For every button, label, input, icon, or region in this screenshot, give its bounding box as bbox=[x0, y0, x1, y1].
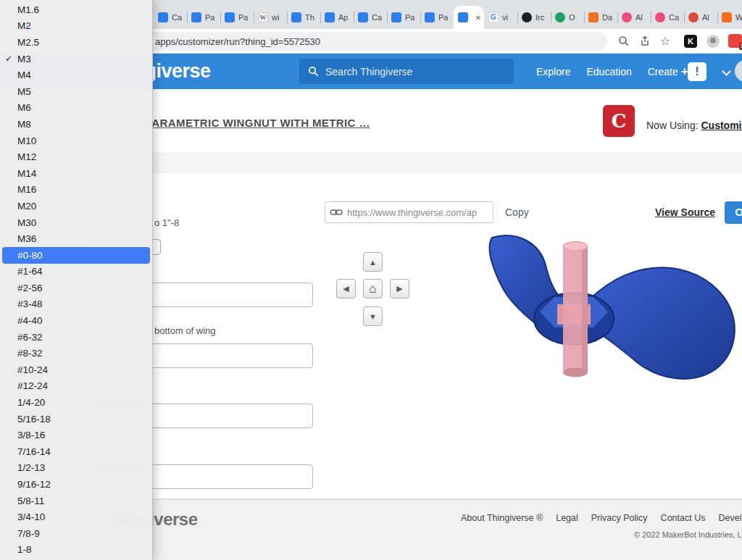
dropdown-option[interactable]: #2-56 bbox=[0, 280, 152, 296]
browser-tab[interactable]: Pa bbox=[220, 6, 254, 29]
tab-title: Ap bbox=[338, 13, 348, 22]
dropdown-option[interactable]: M20 bbox=[0, 198, 152, 214]
extension-k-icon[interactable]: K bbox=[684, 35, 697, 48]
notification-alert-button[interactable]: ! bbox=[688, 62, 706, 81]
dropdown-option[interactable]: #12-24 bbox=[0, 378, 152, 395]
browser-tab[interactable]: O bbox=[551, 6, 584, 29]
profile-avatar-icon[interactable] bbox=[706, 35, 720, 48]
dropdown-option[interactable]: 7/16-14 bbox=[0, 443, 152, 460]
dropdown-option[interactable]: 5/16-18 bbox=[0, 411, 152, 427]
browser-tab[interactable]: Pa bbox=[420, 6, 454, 29]
extension-red-icon[interactable]: 1 bbox=[728, 34, 742, 48]
dropdown-option[interactable]: #0-80 bbox=[2, 247, 150, 264]
dropdown-option-label: 5/16-18 bbox=[17, 414, 51, 425]
dropdown-option[interactable]: M16 bbox=[0, 182, 152, 198]
open-customizer-button[interactable]: O bbox=[725, 201, 742, 224]
browser-tab[interactable]: Da bbox=[584, 6, 617, 29]
link-icon bbox=[330, 209, 343, 216]
browser-tab[interactable]: Al bbox=[684, 6, 717, 29]
dropdown-option[interactable]: M10 bbox=[0, 133, 152, 149]
dropdown-option[interactable]: M8 bbox=[0, 116, 152, 133]
footer-link[interactable]: Legal bbox=[556, 513, 578, 523]
check-icon bbox=[5, 54, 17, 64]
dropdown-option[interactable]: M36 bbox=[0, 230, 152, 247]
dropdown-option[interactable]: M14 bbox=[0, 165, 152, 182]
browser-tab[interactable]: Pa bbox=[387, 6, 420, 29]
share-url-input[interactable] bbox=[325, 201, 493, 223]
dropdown-option[interactable]: M3 bbox=[0, 51, 152, 67]
tab-title: O bbox=[569, 13, 575, 22]
dropdown-option-label: #2-56 bbox=[17, 283, 43, 293]
browser-tab[interactable]: Ap bbox=[320, 6, 354, 29]
share-url-wrap bbox=[325, 201, 493, 223]
dropdown-option-label: #6-32 bbox=[17, 332, 43, 343]
dropdown-option[interactable]: 3/8-16 bbox=[0, 427, 152, 443]
dropdown-option[interactable]: 9/16-12 bbox=[0, 476, 152, 493]
browser-tab[interactable]: Th bbox=[287, 6, 320, 29]
browser-tab[interactable]: Al bbox=[617, 6, 651, 29]
browser-tab[interactable]: Irc bbox=[517, 6, 551, 29]
zoom-icon[interactable] bbox=[617, 35, 630, 48]
browser-tab[interactable] bbox=[454, 6, 484, 29]
footer-link[interactable]: About Thingiverse ® bbox=[461, 513, 543, 523]
thread-size-hint-label: o 1"-8 bbox=[154, 217, 179, 228]
browser-tab[interactable]: Ca bbox=[154, 6, 187, 29]
dropdown-option[interactable]: 7/8-9 bbox=[0, 525, 152, 542]
browser-tab[interactable]: W bbox=[717, 6, 742, 29]
copy-button[interactable]: Copy bbox=[505, 206, 529, 218]
dropdown-option-label: M3 bbox=[17, 54, 31, 64]
dropdown-option[interactable]: #10-24 bbox=[0, 362, 152, 378]
tab-favicon-icon bbox=[488, 12, 499, 22]
dropdown-option[interactable]: M1.6 bbox=[0, 1, 152, 18]
browser-tab[interactable]: Pa bbox=[187, 6, 220, 29]
customizer-link[interactable]: Customizer bbox=[701, 120, 742, 131]
user-avatar[interactable] bbox=[735, 60, 742, 82]
dropdown-option[interactable]: M4 bbox=[0, 67, 152, 83]
dropdown-option[interactable]: M6 bbox=[0, 100, 152, 117]
nav-education[interactable]: Education bbox=[586, 66, 631, 78]
nav-create[interactable]: Create bbox=[648, 64, 688, 79]
tab-favicon-icon bbox=[191, 12, 201, 22]
nav-explore[interactable]: Explore bbox=[536, 66, 570, 78]
dropdown-option-label: #4-40 bbox=[17, 315, 43, 326]
dropdown-option[interactable]: 3/4-10 bbox=[0, 509, 152, 525]
browser-tab[interactable]: vi bbox=[484, 6, 517, 29]
dropdown-option[interactable]: 1-8 bbox=[0, 542, 152, 559]
customizer-logo: C bbox=[603, 105, 635, 137]
tab-favicon-icon bbox=[555, 12, 565, 22]
dropdown-option-label: 5/8-11 bbox=[17, 496, 44, 506]
share-icon[interactable] bbox=[638, 35, 651, 48]
chevron-down-icon[interactable] bbox=[722, 67, 731, 76]
dropdown-option[interactable]: M2 bbox=[0, 18, 152, 35]
dropdown-option[interactable]: M30 bbox=[0, 214, 152, 231]
footer-link[interactable]: Privacy Policy bbox=[591, 513, 648, 523]
browser-tab[interactable]: Ca bbox=[354, 6, 387, 29]
view-source-link[interactable]: View Source bbox=[655, 206, 715, 218]
browser-tab[interactable]: Ca bbox=[651, 6, 684, 29]
dropdown-option[interactable]: M12 bbox=[0, 149, 152, 165]
dropdown-option[interactable]: #8-32 bbox=[0, 345, 152, 362]
dropdown-option-label: 1-8 bbox=[17, 544, 32, 555]
footer-link[interactable]: Developers bbox=[718, 513, 742, 523]
footer-link[interactable]: Contact Us bbox=[661, 513, 706, 523]
tab-favicon-icon bbox=[225, 12, 235, 22]
browser-tab[interactable]: wi bbox=[254, 6, 287, 29]
viewer-canvas[interactable] bbox=[324, 230, 742, 493]
dropdown-option-label: 1/4-20 bbox=[17, 397, 45, 408]
tab-close-icon[interactable] bbox=[475, 13, 481, 22]
dropdown-option[interactable]: 1/2-13 bbox=[0, 460, 152, 477]
dropdown-option[interactable]: 1/4-20 bbox=[0, 394, 152, 411]
dropdown-option[interactable]: M2.5 bbox=[0, 34, 152, 51]
search-input[interactable]: Search Thingiverse bbox=[299, 59, 514, 84]
dropdown-option[interactable]: 5/8-11 bbox=[0, 493, 152, 509]
dropdown-option-label: M2.5 bbox=[17, 37, 39, 48]
dropdown-option[interactable]: #6-32 bbox=[0, 329, 152, 346]
tab-title: Pa bbox=[438, 13, 448, 22]
dropdown-option[interactable]: M5 bbox=[0, 83, 152, 100]
bookmark-star-icon[interactable]: ☆ bbox=[659, 35, 672, 48]
dropdown-option[interactable]: #1-64 bbox=[0, 264, 152, 280]
thing-title-link[interactable]: PARAMETRIC WINGNUT WITH METRIC … bbox=[145, 117, 370, 129]
tab-title: Ca bbox=[372, 13, 382, 22]
dropdown-option[interactable]: #3-48 bbox=[0, 296, 152, 313]
dropdown-option[interactable]: #4-40 bbox=[0, 312, 152, 329]
